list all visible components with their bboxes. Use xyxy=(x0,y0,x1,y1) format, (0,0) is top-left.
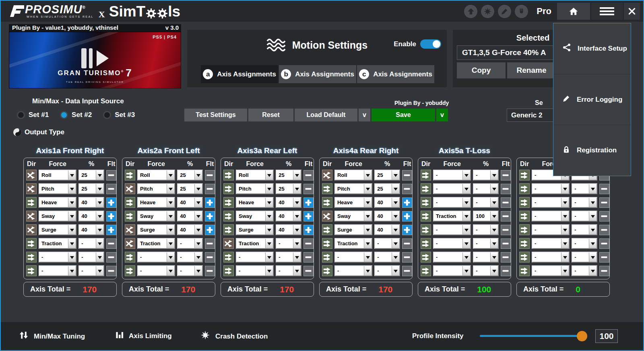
copy-button[interactable]: Copy xyxy=(457,62,506,78)
dir-toggle-straight-icon[interactable] xyxy=(125,197,135,208)
filter-minus-button[interactable] xyxy=(402,184,412,194)
test-settings-button[interactable]: Test Settings xyxy=(184,109,247,121)
dropdown-arrow-icon[interactable] xyxy=(265,211,273,221)
footer-tool-axis-limiting[interactable]: Axis Limiting xyxy=(115,331,172,341)
dropdown-arrow-icon[interactable] xyxy=(364,184,372,193)
filter-plus-button[interactable] xyxy=(106,211,116,222)
percent-select[interactable]: - xyxy=(473,197,499,208)
filter-minus-button[interactable] xyxy=(303,170,314,181)
dropdown-arrow-icon[interactable] xyxy=(364,252,372,262)
dir-toggle-straight-icon[interactable] xyxy=(322,224,332,235)
dropdown-arrow-icon[interactable] xyxy=(96,252,103,262)
filter-minus-button[interactable] xyxy=(303,252,314,263)
dropdown-arrow-icon[interactable] xyxy=(392,211,399,221)
dir-toggle-straight-icon[interactable] xyxy=(519,265,530,276)
force-select[interactable]: Heave xyxy=(137,197,175,208)
percent-select[interactable]: - xyxy=(177,265,203,276)
filter-minus-button[interactable] xyxy=(501,211,511,222)
dir-toggle-straight-icon[interactable] xyxy=(519,211,530,222)
dropdown-arrow-icon[interactable] xyxy=(265,184,273,193)
dropdown-arrow-icon[interactable] xyxy=(265,225,273,234)
dropdown-arrow-icon[interactable] xyxy=(364,225,372,234)
filter-minus-button[interactable] xyxy=(205,184,215,194)
dropdown-arrow-icon[interactable] xyxy=(68,239,76,248)
dropdown-arrow-icon[interactable] xyxy=(462,170,470,180)
filter-minus-button[interactable] xyxy=(501,184,511,194)
force-select[interactable]: - xyxy=(236,252,274,263)
force-select[interactable]: - xyxy=(433,238,471,249)
force-select[interactable]: - xyxy=(532,252,570,263)
percent-select[interactable]: 40 xyxy=(78,211,104,222)
radio-set-3[interactable]: Set #3 xyxy=(103,111,135,119)
filter-minus-button[interactable] xyxy=(599,211,609,222)
filter-minus-button[interactable] xyxy=(501,197,511,208)
force-select[interactable]: Heave xyxy=(39,197,76,208)
percent-select[interactable]: 25 xyxy=(78,170,104,181)
percent-select[interactable]: 40 xyxy=(374,224,400,235)
percent-select[interactable]: 25 xyxy=(276,170,301,181)
percent-select[interactable]: - xyxy=(78,238,104,249)
filter-minus-button[interactable] xyxy=(599,238,609,249)
dir-toggle-straight-icon[interactable] xyxy=(322,238,332,249)
filter-minus-button[interactable] xyxy=(402,170,412,181)
footer-tool-min-max-tuning[interactable]: Min/Max Tuning xyxy=(19,331,85,342)
filter-minus-button[interactable] xyxy=(303,266,314,276)
radio-icon[interactable] xyxy=(60,111,68,119)
percent-select[interactable]: 40 xyxy=(177,224,203,235)
tab-axis-assignments-a[interactable]: aAxis Assignments xyxy=(201,65,278,83)
radio-set-2[interactable]: Set #2 xyxy=(60,111,92,119)
percent-select[interactable]: - xyxy=(473,183,499,194)
force-select[interactable]: - xyxy=(334,265,372,276)
force-select[interactable]: - xyxy=(433,197,471,208)
dropdown-arrow-icon[interactable] xyxy=(561,211,569,221)
percent-select[interactable]: 40 xyxy=(78,197,104,208)
home-button[interactable] xyxy=(557,3,590,20)
dropdown-arrow-icon[interactable] xyxy=(561,225,569,234)
dropdown-arrow-icon[interactable] xyxy=(265,198,273,207)
dir-toggle-straight-icon[interactable] xyxy=(223,252,234,263)
profile-intensity-slider[interactable] xyxy=(480,335,585,337)
dir-toggle-straight-icon[interactable] xyxy=(322,197,332,208)
percent-select[interactable]: 25 xyxy=(177,183,203,194)
dropdown-arrow-icon[interactable] xyxy=(194,198,202,207)
dropdown-arrow-icon[interactable] xyxy=(561,198,569,207)
filter-plus-button[interactable] xyxy=(303,197,314,208)
force-select[interactable]: Roll xyxy=(137,170,175,181)
filter-minus-button[interactable] xyxy=(599,225,609,235)
dropdown-arrow-icon[interactable] xyxy=(68,170,76,180)
dir-toggle-shuffle-icon[interactable] xyxy=(322,211,332,222)
hand-down-icon[interactable] xyxy=(515,5,528,18)
save-button[interactable]: Save xyxy=(372,109,435,121)
percent-select[interactable]: - xyxy=(473,265,499,276)
dropdown-arrow-icon[interactable] xyxy=(364,211,372,221)
force-select[interactable]: - xyxy=(532,238,570,249)
menu-button[interactable] xyxy=(591,3,623,20)
dir-toggle-shuffle-icon[interactable] xyxy=(26,211,37,222)
filter-plus-button[interactable] xyxy=(303,211,314,222)
dropdown-arrow-icon[interactable] xyxy=(167,225,174,234)
percent-select[interactable]: 40 xyxy=(276,211,301,222)
dropdown-arrow-icon[interactable] xyxy=(194,252,202,262)
percent-select[interactable]: 25 xyxy=(177,170,203,181)
filter-minus-button[interactable] xyxy=(501,170,511,181)
dropdown-arrow-icon[interactable] xyxy=(293,225,301,234)
percent-select[interactable]: - xyxy=(276,238,301,249)
dropdown-arrow-icon[interactable] xyxy=(392,184,399,193)
percent-select[interactable]: - xyxy=(572,265,597,276)
dropdown-arrow-icon[interactable] xyxy=(462,225,470,234)
dropdown-arrow-icon[interactable] xyxy=(68,266,76,275)
dir-toggle-straight-icon[interactable] xyxy=(223,170,234,181)
filter-minus-button[interactable] xyxy=(599,197,609,208)
dropdown-arrow-icon[interactable] xyxy=(392,239,399,248)
close-button[interactable] xyxy=(624,3,640,20)
dropdown-arrow-icon[interactable] xyxy=(265,266,273,275)
dropdown-arrow-icon[interactable] xyxy=(293,170,301,180)
percent-select[interactable]: 25 xyxy=(276,183,301,194)
percent-select[interactable]: - xyxy=(572,197,597,208)
filter-minus-button[interactable] xyxy=(205,238,215,249)
dropdown-arrow-icon[interactable] xyxy=(167,266,174,275)
filter-plus-button[interactable] xyxy=(205,197,215,208)
percent-select[interactable]: - xyxy=(572,238,597,249)
dropdown-arrow-icon[interactable] xyxy=(194,239,202,248)
dropdown-arrow-icon[interactable] xyxy=(96,198,103,207)
